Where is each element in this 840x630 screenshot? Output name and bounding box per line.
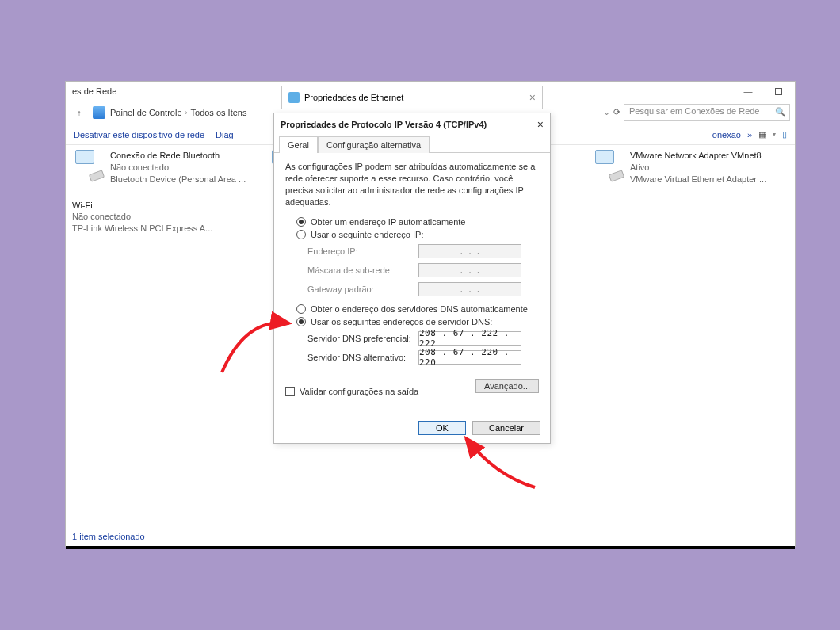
radio-label: Usar os seguintes endereços de servidor … <box>311 317 492 326</box>
adapter-device: Bluetooth Device (Personal Area ... <box>110 174 246 185</box>
gateway-input: ... <box>418 282 521 296</box>
search-placeholder: Pesquisar em Conexões de Rede <box>629 106 759 116</box>
radio-label: Obter um endereço IP automaticamente <box>311 217 465 227</box>
adapter-name: VMware Network Adapter VMnet8 <box>630 150 766 162</box>
breadcrumb[interactable]: Painel de Controle › Todos os Itens <box>110 108 246 117</box>
dns-alt-input[interactable]: 208 . 67 . 220 . 220 <box>418 350 521 365</box>
adapter-device: TP-Link Wireless N PCI Express A... <box>72 223 212 235</box>
ipv4-tabs: Geral Configuração alternativa <box>274 136 550 153</box>
adapter-text: Conexão de Rede Bluetooth Não conectado … <box>110 150 246 185</box>
view-icon[interactable]: ▦ <box>758 129 766 139</box>
ipv4-description: As configurações IP podem ser atribuídas… <box>285 161 539 208</box>
dns-section: Obter o endereço dos servidores DNS auto… <box>285 304 539 365</box>
close-icon[interactable]: × <box>537 118 544 131</box>
breadcrumb-all[interactable]: Todos os Itens <box>191 108 247 117</box>
subnet-mask-input: ... <box>418 263 521 277</box>
refresh-icon[interactable]: ⟳ <box>613 107 620 117</box>
radio-label: Obter o endereço dos servidores DNS auto… <box>311 304 528 314</box>
validate-row: Validar configurações na saída Avançado.… <box>285 376 539 396</box>
subnet-mask-label: Máscara de sub-rede: <box>307 265 418 275</box>
validate-label: Validar configurações na saída <box>300 387 418 396</box>
ipv4-properties-dialog: Propriedades de Protocolo IP Versão 4 (T… <box>273 113 551 444</box>
dns-preferred-input[interactable]: 208 . 67 . 222 . 222 <box>418 331 521 346</box>
chevron-down-icon[interactable]: ▾ <box>773 131 776 138</box>
toolbar-disable[interactable]: Desativar este dispositivo de rede <box>74 130 204 139</box>
toolbar-conn[interactable]: onexão <box>712 130 741 139</box>
dns-alt-value: 208 . 67 . 220 . 220 <box>419 347 521 368</box>
status-bar: 1 item selecionado <box>66 529 795 546</box>
search-icon: 🔍 <box>775 107 786 118</box>
ip-address-input: ... <box>418 244 521 258</box>
close-icon[interactable]: × <box>529 91 536 104</box>
radio-ip-auto[interactable]: Obter um endereço IP automaticamente <box>285 217 539 227</box>
toolbar-more[interactable]: » <box>747 130 752 139</box>
ethernet-properties-dialog: Propriedades de Ethernet × <box>281 86 543 109</box>
ipv4-content: As configurações IP podem ser atribuídas… <box>274 153 550 414</box>
ok-button[interactable]: OK <box>418 421 466 435</box>
validate-checkbox-row[interactable]: Validar configurações na saída <box>285 387 418 396</box>
ip-fields: Endereço IP: ... Máscara de sub-rede: ..… <box>307 244 539 296</box>
ethernet-dialog-title: Propriedades de Ethernet <box>304 93 403 102</box>
adapter-name: Wi-Fi <box>72 200 212 212</box>
dns-preferred-label: Servidor DNS preferencial: <box>307 334 418 343</box>
ipv4-title: Propriedades de Protocolo IP Versão 4 (T… <box>281 120 487 129</box>
chevron-right-icon: › <box>185 109 188 116</box>
minimize-button[interactable]: — <box>738 84 758 98</box>
bottom-border <box>66 546 795 549</box>
network-adapter-icon <box>592 150 624 181</box>
adapter-text: Wi-Fi Não conectado TP-Link Wireless N P… <box>72 200 212 235</box>
radio-dns-auto[interactable]: Obter o endereço dos servidores DNS auto… <box>285 304 539 314</box>
radio-dns-manual[interactable]: Usar os seguintes endereços de servidor … <box>285 317 539 326</box>
address-right: ⌄ ⟳ Pesquisar em Conexões de Rede 🔍 <box>603 104 790 121</box>
gateway-label: Gateway padrão: <box>307 284 418 294</box>
ethernet-icon <box>288 92 300 103</box>
control-panel-icon <box>93 106 105 119</box>
breadcrumb-cp[interactable]: Painel de Controle <box>110 108 182 117</box>
radio-icon <box>296 217 306 227</box>
adapter-bluetooth[interactable]: Conexão de Rede Bluetooth Não conectado … <box>72 150 254 185</box>
tab-alt-config[interactable]: Configuração alternativa <box>318 136 430 153</box>
adapter-wifi[interactable]: Wi-Fi Não conectado TP-Link Wireless N P… <box>72 200 254 235</box>
ip-address-label: Endereço IP: <box>307 246 418 256</box>
radio-ip-manual[interactable]: Usar o seguinte endereço IP: <box>285 230 539 239</box>
maximize-button[interactable] <box>768 84 788 98</box>
dns-pref-value: 208 . 67 . 222 . 222 <box>419 328 521 349</box>
advanced-button[interactable]: Avançado... <box>475 379 539 393</box>
ipv4-titlebar: Propriedades de Protocolo IP Versão 4 (T… <box>274 113 550 136</box>
radio-icon <box>296 230 306 239</box>
dns-fields: Servidor DNS preferencial: 208 . 67 . 22… <box>307 331 539 365</box>
radio-label: Usar o seguinte endereço IP: <box>311 230 423 239</box>
adapter-device: VMware Virtual Ethernet Adapter ... <box>630 174 766 185</box>
search-input[interactable]: Pesquisar em Conexões de Rede 🔍 <box>624 104 790 121</box>
radio-icon <box>296 304 306 314</box>
adapter-status: Não conectado <box>72 211 212 223</box>
adapter-status: Ativo <box>630 162 766 174</box>
adapter-name: Conexão de Rede Bluetooth <box>110 150 246 162</box>
adapter-status: Não conectado <box>110 162 246 174</box>
dns-alt-label: Servidor DNS alternativo: <box>307 353 418 362</box>
toolbar-diag[interactable]: Diag <box>216 130 234 139</box>
network-adapter-icon <box>72 150 104 181</box>
dialog-buttons: OK Cancelar <box>274 414 550 443</box>
window-controls: — <box>738 84 788 98</box>
dropdown-icon[interactable]: ⌄ <box>603 107 610 117</box>
help-icon[interactable]: ▯ <box>782 129 787 139</box>
cancel-button[interactable]: Cancelar <box>472 421 540 435</box>
status-text: 1 item selecionado <box>72 532 145 541</box>
nav-up-icon[interactable]: ↑ <box>71 104 88 121</box>
explorer-title-text: es de Rede <box>72 86 116 96</box>
adapter-vmware[interactable]: VMware Network Adapter VMnet8 Ativo VMwa… <box>592 150 774 185</box>
radio-icon <box>296 317 306 326</box>
tab-general[interactable]: Geral <box>279 136 318 153</box>
checkbox-icon <box>285 387 295 396</box>
adapter-text: VMware Network Adapter VMnet8 Ativo VMwa… <box>630 150 766 185</box>
